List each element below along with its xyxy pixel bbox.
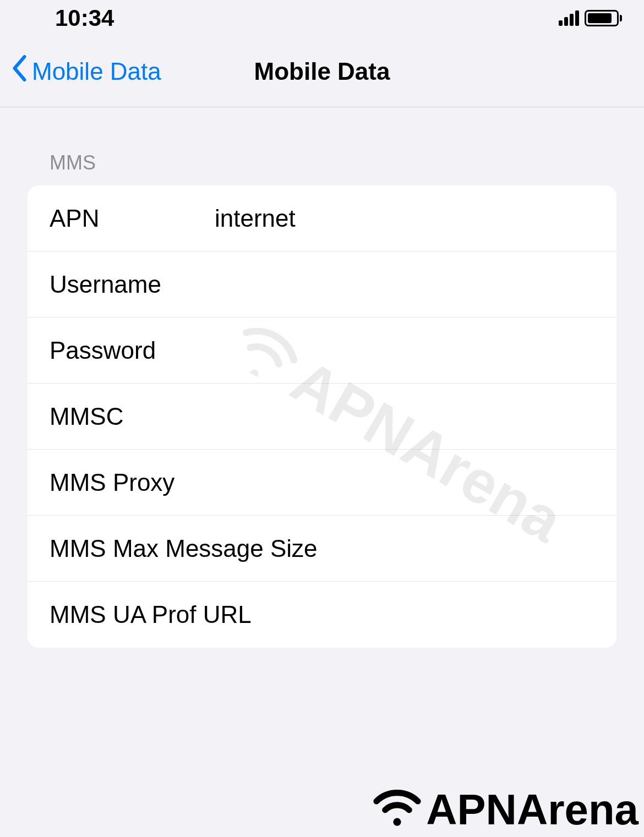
navigation-bar: Mobile Data Mobile Data (0, 36, 644, 107)
username-row[interactable]: Username (28, 251, 616, 318)
mmsc-label: MMSC (50, 403, 215, 430)
mms-ua-prof-url-row[interactable]: MMS UA Prof URL (28, 582, 616, 648)
password-row[interactable]: Password (28, 318, 616, 384)
wifi-icon (371, 783, 423, 837)
mms-proxy-label: MMS Proxy (50, 469, 215, 496)
page-title: Mobile Data (254, 58, 390, 85)
mms-ua-prof-url-label: MMS UA Prof URL (50, 601, 594, 628)
username-label: Username (50, 271, 215, 298)
chevron-left-icon (11, 55, 26, 88)
svg-point-0 (394, 818, 401, 826)
mms-max-message-size-label: MMS Max Message Size (50, 535, 594, 562)
settings-content: MMS APN Username Password MMSC MMS Proxy (0, 107, 644, 648)
status-bar: 10:34 (0, 0, 644, 36)
mms-proxy-row[interactable]: MMS Proxy (28, 450, 616, 516)
password-input[interactable] (215, 337, 594, 364)
status-indicators (559, 10, 622, 26)
mmsc-input[interactable] (215, 403, 594, 430)
back-button[interactable]: Mobile Data (11, 55, 161, 88)
username-input[interactable] (215, 271, 594, 298)
section-header-mms: MMS (50, 151, 616, 174)
cellular-signal-icon (559, 10, 579, 26)
footer-logo-text: APNArena (426, 785, 638, 835)
mms-proxy-input[interactable] (215, 469, 594, 496)
apn-row[interactable]: APN (28, 185, 616, 251)
back-label: Mobile Data (32, 58, 161, 85)
mmsc-row[interactable]: MMSC (28, 384, 616, 450)
apn-input[interactable] (215, 205, 594, 232)
footer-logo: APNArena (371, 783, 644, 837)
password-label: Password (50, 337, 215, 364)
mms-max-message-size-row[interactable]: MMS Max Message Size (28, 516, 616, 582)
battery-icon (585, 10, 622, 26)
apn-label: APN (50, 205, 215, 232)
status-time: 10:34 (55, 5, 114, 31)
mms-settings-group: APN Username Password MMSC MMS Proxy MMS… (28, 185, 616, 648)
